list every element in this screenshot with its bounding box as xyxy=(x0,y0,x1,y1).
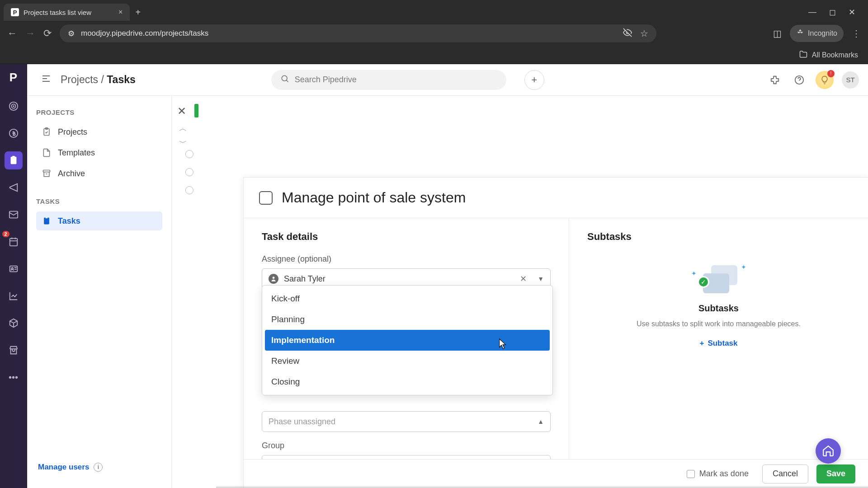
task-checkbox[interactable] xyxy=(185,168,193,176)
nav-item-tasks[interactable]: Tasks xyxy=(36,211,162,230)
tips-badge: ! xyxy=(827,70,835,77)
subtasks-column: Subtasks ✓ ✦ ✦ Subtasks Use subtasks to … xyxy=(569,218,868,459)
subtasks-illustration: ✓ ✦ ✦ xyxy=(694,261,744,297)
nav-item-projects[interactable]: Projects xyxy=(36,122,162,141)
browser-tab[interactable]: P Projects tasks list view × xyxy=(4,4,130,21)
group-label: Group xyxy=(262,441,551,450)
chevron-down-icon[interactable]: ﹀ xyxy=(179,137,187,148)
close-icon[interactable]: × xyxy=(118,8,123,16)
details-column: Task details Assignee (optional) Sarah T… xyxy=(244,218,569,459)
breadcrumb: Projects / Tasks xyxy=(61,74,136,86)
cancel-button[interactable]: Cancel xyxy=(762,465,808,483)
task-detail-panel: Manage point of sale system Task details… xyxy=(243,177,868,488)
tab-title: Projects tasks list view xyxy=(24,9,91,16)
window-controls: — ◻ ✕ xyxy=(808,7,864,17)
search-input[interactable]: Search Pipedrive xyxy=(271,70,506,90)
svg-point-2 xyxy=(13,106,14,107)
dropdown-option-kickoff[interactable]: Kick-off xyxy=(265,288,550,309)
url-text: moodjoy.pipedrive.com/projects/tasks xyxy=(81,29,208,38)
assignee-value: Sarah Tyler xyxy=(284,274,326,284)
all-bookmarks-link[interactable]: All Bookmarks xyxy=(812,51,858,59)
rail-contacts-icon[interactable] xyxy=(5,260,23,278)
chevron-down-icon[interactable]: ▼ xyxy=(538,275,544,282)
site-settings-icon[interactable]: ⚙ xyxy=(68,29,75,38)
incognito-badge[interactable]: Incognito xyxy=(790,25,844,42)
quick-add-button[interactable]: + xyxy=(524,70,544,90)
help-fab[interactable] xyxy=(816,438,841,464)
person-icon xyxy=(269,274,278,284)
status-bar-indicator xyxy=(194,104,198,117)
clipboard-check-icon xyxy=(42,216,52,226)
tips-icon[interactable]: ! xyxy=(816,71,834,89)
rail-campaigns-icon[interactable] xyxy=(5,178,23,197)
save-button[interactable]: Save xyxy=(816,465,855,483)
forward-icon: → xyxy=(25,28,35,39)
reload-icon[interactable]: ⟳ xyxy=(43,28,52,39)
phase-select[interactable]: Phase unassigned ▲ xyxy=(262,411,551,432)
avatar[interactable]: ST xyxy=(842,71,859,89)
close-window-icon[interactable]: ✕ xyxy=(849,7,855,17)
new-tab-button[interactable]: + xyxy=(132,4,144,21)
rail-target-icon[interactable] xyxy=(5,97,23,115)
rail-insights-icon[interactable] xyxy=(5,287,23,305)
rail-projects-icon[interactable] xyxy=(5,151,23,169)
panel-footer: Mark as done Cancel Save xyxy=(244,459,868,488)
group-select[interactable]: Ungrouped ▼ xyxy=(262,455,551,459)
rail-activities-icon[interactable]: 2 xyxy=(5,233,23,251)
rail-more-icon[interactable]: ••• xyxy=(5,368,23,386)
url-field[interactable]: ⚙ moodjoy.pipedrive.com/projects/tasks ☆ xyxy=(60,24,656,42)
add-subtask-button[interactable]: + Subtask xyxy=(699,339,737,348)
app-logo[interactable]: P xyxy=(9,70,17,84)
bookmarks-bar: All Bookmarks xyxy=(0,46,868,64)
dropdown-option-implementation[interactable]: Implementation xyxy=(265,330,550,351)
section-label-projects: PROJECTS xyxy=(36,108,162,116)
task-checkbox[interactable] xyxy=(185,150,193,158)
rail-products-icon[interactable] xyxy=(5,314,23,332)
side-panel-icon[interactable]: ◫ xyxy=(773,28,782,39)
nav-item-templates[interactable]: Templates xyxy=(36,143,162,162)
nav-item-archive[interactable]: Archive xyxy=(36,164,162,183)
menu-toggle-icon[interactable] xyxy=(41,73,52,87)
archive-icon xyxy=(42,169,52,178)
chevron-up-icon[interactable]: ▲ xyxy=(538,418,544,425)
icon-rail: P 2 ••• xyxy=(0,64,27,488)
eye-off-icon[interactable] xyxy=(623,28,632,39)
star-icon[interactable]: ☆ xyxy=(640,28,648,39)
svg-rect-16 xyxy=(46,217,48,218)
phase-dropdown: Kick-off Planning Implementation Review … xyxy=(262,285,553,395)
details-heading: Task details xyxy=(262,231,551,243)
rail-marketplace-icon[interactable] xyxy=(5,341,23,359)
help-icon[interactable] xyxy=(791,72,807,88)
svg-rect-4 xyxy=(10,157,16,164)
extensions-icon[interactable] xyxy=(767,72,783,88)
breadcrumb-root[interactable]: Projects xyxy=(61,74,98,85)
task-checkbox[interactable] xyxy=(185,186,193,194)
chevron-up-icon[interactable]: ︿ xyxy=(179,123,187,134)
minimize-icon[interactable]: — xyxy=(808,7,816,17)
manage-users-link[interactable]: Manage users i xyxy=(36,459,162,475)
section-label-tasks: TASKS xyxy=(36,197,162,205)
address-bar: ← → ⟳ ⚙ moodjoy.pipedrive.com/projects/t… xyxy=(0,21,868,46)
app-root: P 2 ••• Projects / Tasks Search Pipedriv… xyxy=(0,64,868,488)
mark-done-checkbox[interactable]: Mark as done xyxy=(687,469,749,479)
clipboard-icon xyxy=(42,127,52,137)
dropdown-option-planning[interactable]: Planning xyxy=(265,309,550,330)
side-nav: PROJECTS Projects Templates Archive TASK… xyxy=(27,96,172,488)
back-icon[interactable]: ← xyxy=(7,28,17,39)
clear-icon[interactable]: ✕ xyxy=(520,274,527,284)
top-bar: Projects / Tasks Search Pipedrive + ! ST xyxy=(27,64,868,96)
panel-title[interactable]: Manage point of sale system xyxy=(282,189,466,206)
kebab-icon[interactable]: ⋮ xyxy=(852,28,861,39)
rail-deals-icon[interactable] xyxy=(5,124,23,142)
svg-point-9 xyxy=(11,267,13,269)
subtasks-empty-state: ✓ ✦ ✦ Subtasks Use subtasks to split wor… xyxy=(587,261,850,348)
search-icon xyxy=(280,74,289,85)
rail-mail-icon[interactable] xyxy=(5,206,23,224)
maximize-icon[interactable]: ◻ xyxy=(829,7,836,17)
panel-header: Manage point of sale system xyxy=(244,178,868,218)
close-panel-icon[interactable]: ✕ xyxy=(177,105,186,117)
breadcrumb-current: Tasks xyxy=(107,74,136,85)
dropdown-option-closing[interactable]: Closing xyxy=(265,371,550,392)
info-icon[interactable]: i xyxy=(94,463,103,472)
dropdown-option-review[interactable]: Review xyxy=(265,351,550,371)
